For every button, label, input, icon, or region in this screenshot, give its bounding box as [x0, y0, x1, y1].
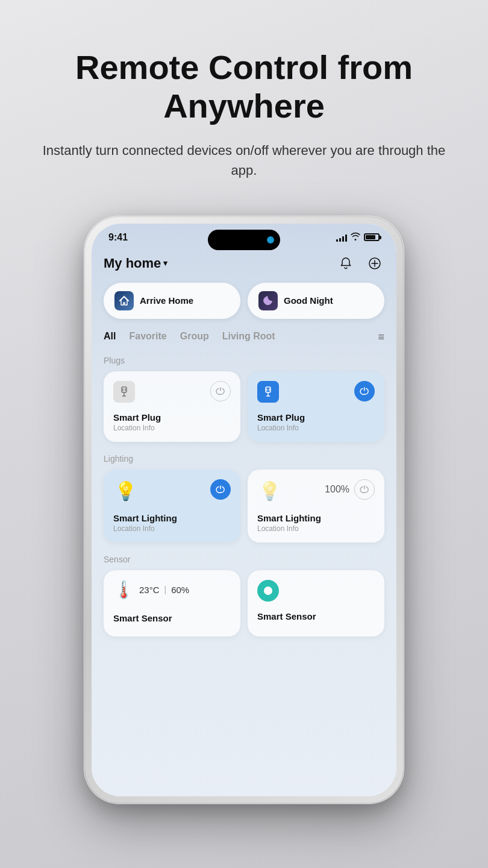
sensor-grid: 🌡️ 23°C | 60% Smart Sensor [104, 570, 384, 637]
category-plugs: Plugs [104, 356, 384, 365]
signal-bar-3 [342, 236, 344, 242]
status-bar: 9:41 [92, 224, 396, 243]
page-header: Remote Control from Anywhere Instantly t… [0, 0, 488, 198]
plug-off-power-button[interactable] [210, 381, 231, 401]
temp-value: 23°C [139, 585, 160, 595]
top-nav: My home ▾ [104, 249, 384, 283]
plug-off-name: Smart Plug [113, 412, 231, 423]
light-on-card-top: 💡 [113, 479, 231, 503]
device-card-sensor-teal[interactable]: Smart Sensor [248, 570, 384, 637]
tabs-menu-icon[interactable]: ≡ [378, 331, 384, 344]
phone-outer: 9:41 [84, 216, 404, 804]
dynamic-island-dot [267, 236, 274, 244]
quick-actions: Arrive Home Good Night [104, 283, 384, 319]
device-card-plug-off[interactable]: Smart Plug Location Info [104, 371, 240, 442]
plug-off-location: Location Info [113, 424, 231, 432]
plug-on-icon [257, 381, 279, 403]
light-on-location: Location Info [113, 524, 231, 533]
light-on-icon: 💡 [113, 479, 137, 503]
signal-bar-1 [336, 239, 338, 242]
phone-inner: 9:41 [92, 224, 396, 796]
device-card-sensor-temp[interactable]: 🌡️ 23°C | 60% Smart Sensor [104, 570, 240, 637]
app-content: My home ▾ [92, 243, 396, 661]
arrive-home-icon [114, 291, 134, 310]
light-percent: 100% [325, 484, 349, 495]
light-on-power-button[interactable] [210, 479, 231, 500]
device-card-light-on[interactable]: 💡 Smart Lighting Location [104, 470, 240, 542]
good-night-label: Good Night [284, 295, 333, 306]
arrive-home-button[interactable]: Arrive Home [104, 283, 240, 319]
tab-favorite[interactable]: Favorite [129, 331, 166, 343]
sensor-teal-name: Smart Sensor [257, 611, 375, 621]
light-off-power-button[interactable] [354, 479, 375, 500]
plugs-grid: Smart Plug Location Info [104, 371, 384, 442]
category-lighting: Lighting [104, 454, 384, 464]
sensor-teal-card-top [257, 580, 375, 602]
signal-bar-2 [339, 238, 341, 242]
light-off-right: 100% [325, 479, 375, 500]
good-night-icon [258, 291, 278, 310]
plug-on-location: Location Info [257, 424, 375, 432]
sensor-temp-card-top: 🌡️ 23°C | 60% [113, 580, 231, 603]
plug-off-card-top [113, 381, 231, 403]
light-off-icon: 💡 [257, 479, 281, 503]
humidity-value: 60% [171, 585, 189, 595]
device-card-light-off[interactable]: 💡 100% [248, 470, 384, 542]
light-on-name: Smart Lighting [113, 513, 231, 523]
light-off-location: Location Info [257, 524, 375, 533]
light-off-name: Smart Lighting [257, 513, 375, 523]
wifi-icon [351, 232, 360, 242]
good-night-button[interactable]: Good Night [248, 283, 384, 319]
lighting-grid: 💡 Smart Lighting Location [104, 470, 384, 542]
bulb-off-icon: 💡 [258, 480, 281, 502]
plug-off-icon [113, 381, 135, 403]
home-title-text: My home [104, 256, 161, 271]
status-time: 9:41 [108, 232, 128, 243]
device-card-plug-on[interactable]: Smart Plug Location Info [248, 371, 384, 442]
svg-rect-3 [122, 387, 127, 392]
page-subtitle: Instantly turn connected devices on/off … [36, 140, 452, 180]
nav-icons [336, 254, 384, 273]
chevron-down-icon: ▾ [163, 259, 167, 268]
filter-tabs: All Favorite Group Living Root ≡ [104, 331, 384, 346]
arrive-home-label: Arrive Home [140, 295, 193, 306]
svg-rect-8 [266, 387, 271, 392]
tab-group[interactable]: Group [180, 331, 209, 343]
signal-bar-4 [345, 234, 347, 242]
bulb-on-icon: 💡 [114, 480, 137, 502]
page-title: Remote Control from Anywhere [36, 48, 452, 126]
thermometer-icon: 🌡️ [113, 580, 134, 600]
plug-on-power-button[interactable] [354, 381, 375, 401]
category-sensor: Sensor [104, 555, 384, 564]
battery-fill [366, 235, 375, 239]
plug-on-name: Smart Plug [257, 412, 375, 423]
battery-icon [364, 233, 380, 241]
sensor-separator: | [164, 585, 167, 594]
light-off-card-top: 💡 100% [257, 479, 375, 503]
add-button[interactable] [365, 254, 384, 273]
tab-living-root[interactable]: Living Root [222, 331, 275, 343]
sensor-temp-name: Smart Sensor [113, 613, 231, 623]
tab-all[interactable]: All [104, 331, 116, 343]
home-title-group[interactable]: My home ▾ [104, 256, 167, 271]
sensor-teal-icon [257, 580, 279, 602]
sensor-temp-row: 🌡️ 23°C | 60% [113, 580, 189, 600]
phone-mockup: 9:41 [84, 216, 404, 804]
plug-on-card-top [257, 381, 375, 403]
dynamic-island [208, 230, 280, 250]
sensor-teal-dot [264, 587, 272, 595]
phone-screen: 9:41 [92, 224, 396, 796]
signal-bars-icon [336, 233, 347, 242]
status-icons [336, 232, 380, 242]
notification-button[interactable] [336, 254, 355, 273]
